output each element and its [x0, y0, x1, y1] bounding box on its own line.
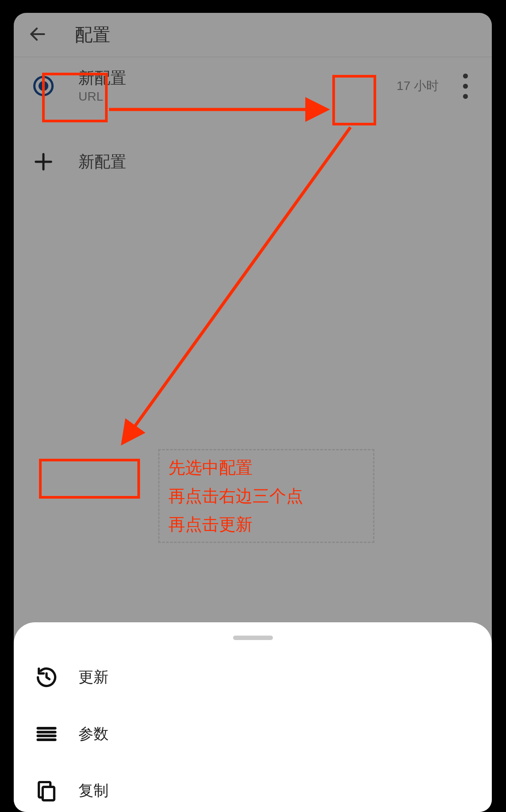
sheet-drag-handle[interactable] [233, 636, 273, 640]
arrow-left-icon [28, 24, 47, 46]
sheet-item-update[interactable]: 更新 [14, 649, 492, 706]
sheet-item-label: 更新 [78, 667, 109, 687]
bottom-sheet: 更新 参数 复制 [14, 622, 492, 812]
config-row-title: 新配置 [78, 68, 126, 88]
kebab-menu-button[interactable] [452, 68, 479, 104]
sheet-item-label: 参数 [78, 724, 109, 744]
app-screen: 配置 新配置 URL 17 小时 [14, 13, 492, 812]
annotation-instruction-box: 先选中配置 再点击右边三个点 再点击更新 [158, 449, 374, 543]
menu-lines-icon [35, 722, 58, 746]
annotation-text-line2: 再点击右边三个点 [168, 482, 364, 510]
add-config-row[interactable]: 新配置 [14, 135, 492, 188]
config-list: 新配置 URL 17 小时 新配置 [14, 57, 492, 188]
header-bar: 配置 [14, 13, 492, 57]
sheet-item-copy[interactable]: 复制 [14, 762, 492, 812]
config-row-sub: URL [78, 90, 126, 104]
annotation-text-line3: 再点击更新 [168, 510, 364, 539]
page-title: 配置 [75, 23, 110, 47]
plus-icon [33, 152, 54, 172]
config-row-time: 17 小时 [397, 78, 439, 94]
sheet-item-label: 复制 [78, 781, 109, 801]
copy-icon [35, 779, 58, 802]
annotation-box-update [39, 459, 140, 499]
radio-selected-icon[interactable] [33, 76, 54, 96]
annotation-text-line1: 先选中配置 [168, 453, 364, 482]
add-config-label: 新配置 [78, 151, 126, 173]
back-button[interactable] [25, 23, 50, 47]
config-row[interactable]: 新配置 URL 17 小时 [14, 57, 492, 115]
config-row-text: 新配置 URL [78, 68, 126, 104]
dots-vertical-icon [463, 74, 468, 78]
refresh-clock-icon [35, 666, 58, 689]
sheet-item-params[interactable]: 参数 [14, 706, 492, 762]
svg-rect-7 [43, 787, 54, 800]
